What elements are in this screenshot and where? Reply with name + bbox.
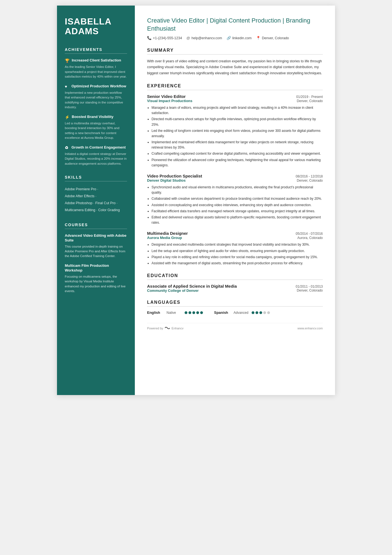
achievement-item-1: 🏆 Increased Client Satisfaction As the l… [65,58,127,79]
lang-dot-s4 [263,311,266,314]
achievements-title: ACHIEVEMENTS [65,47,127,54]
course-title-1: Advanced Video Editing with Adobe Suite [65,233,127,243]
lang-dot-s5 [267,311,270,314]
bullet-3-2: Led the setup and operation of lighting … [152,248,323,254]
exp-date-1: 01/2019 - Present [296,95,323,99]
achievement-title-4: Growth in Content Engagement [71,145,126,149]
bullet-1-6: Pioneered the utilization of advanced co… [152,157,323,168]
lang-level-english: Native [167,311,182,315]
lang-dot-e3 [192,311,195,314]
edu-school-row-1: Community College of Denver Denver, Colo… [147,288,323,293]
course-desc-2: Focusing on multicamera setups, the work… [65,274,127,293]
exp-company-row-3: Aurora Media Group Aurora, Colorado [147,236,323,240]
languages-title: LANGUAGES [147,300,323,307]
bullet-3-1: Designed and executed multimedia content… [152,242,323,247]
lang-dot-e4 [196,311,199,314]
contact-row: 📞 +1-(234)-555-1234 @ help@enhancv.com 🔗… [147,36,323,40]
email-icon: @ [187,36,190,40]
exp-item-1: Senior Video Editor 01/2019 - Present Vi… [147,94,323,168]
bullet-1-5: Crafted compelling captioned content for… [152,151,323,156]
summary-text: With over 8 years of video editing and c… [147,58,323,76]
exp-item-2: Video Production Specialist 08/2016 - 12… [147,174,323,225]
skill-item-2: Adobe After Effects · [65,193,127,200]
location-text: Denver, Colorado [262,36,289,40]
lang-item-spanish: Spanish Advanced [214,310,270,315]
achievements-section: ACHIEVEMENTS 🏆 Increased Client Satisfac… [65,47,127,166]
location-icon: 📍 [256,36,260,40]
phone-icon: 📞 [147,36,152,40]
bullet-3-3: Played a key role in editing and refinin… [152,255,323,260]
lang-name-spanish: Spanish [214,310,231,315]
lang-level-spanish: Advanced [234,311,249,315]
lang-name-english: English [147,310,164,315]
main-content: Creative Video Editor | Digital Content … [135,6,335,395]
edu-date-1: 01/2011 - 01/2013 [296,285,323,288]
email-text: help@enhancv.com [192,36,222,40]
languages-section: LANGUAGES English Native Spanish Advanc [147,300,323,315]
exp-item-3: Multimedia Designer 05/2014 - 07/2016 Au… [147,231,323,266]
exp-company-2: Denver Digital Studios [147,178,186,182]
main-header: Creative Video Editor | Digital Content … [147,17,323,40]
linkedin-text: linkedin.com [232,36,252,40]
exp-loc-3: Aurora, Colorado [297,236,323,240]
exp-company-row-2: Denver Digital Studios Denver, Colorado [147,178,323,182]
skills-list: Adobe Premiere Pro · Adobe After Effects… [65,186,127,214]
achievement-item-3: ⚡ Boosted Brand Visibility Led a multime… [65,115,127,140]
edu-school-1: Community College of Denver [147,288,199,293]
education-section: EDUCATION Associate of Applied Science i… [147,273,323,293]
lang-dot-s3 [259,311,262,314]
brand-name: Enhancv [172,327,183,330]
footer-powered: Powered by Enhancv [147,326,183,330]
exp-company-3: Aurora Media Group [147,236,182,240]
bullet-2-2: Collaborated with creative services depa… [152,196,323,201]
sidebar: ISABELLA ADAMS ACHIEVEMENTS 🏆 Increased … [57,6,135,395]
exp-date-3: 05/2014 - 07/2016 [296,232,323,236]
course-item-1: Advanced Video Editing with Adobe Suite … [65,233,127,259]
achievement-title-1: Increased Client Satisfaction [72,58,121,62]
name-block: ISABELLA ADAMS [65,17,127,36]
exp-role-3: Multimedia Designer [147,231,188,236]
bullet-2-3: Assisted in conceptualizing and executin… [152,203,323,208]
resume-container: ISABELLA ADAMS ACHIEVEMENTS 🏆 Increased … [57,6,335,395]
footer: Powered by Enhancv www.enhancv.com [147,323,323,330]
courses-title: COURSES [65,223,127,229]
candidate-name: ISABELLA ADAMS [65,17,127,36]
bullet-2-5: Edited and delivered various digital ass… [152,215,323,225]
achievement-header-2: ♥ Optimized Production Workflow [65,84,127,89]
lang-dot-e5 [200,311,203,314]
powered-by-label: Powered by [147,327,163,330]
exp-bullets-2: Synchronized audio and visual elements i… [147,185,323,225]
course-item-2: Multicam Film Production Workshop Focusi… [65,263,127,293]
bullet-2-1: Synchronized audio and visual elements i… [152,185,323,195]
contact-email: @ help@enhancv.com [187,36,222,40]
courses-section: COURSES Advanced Video Editing with Adob… [65,223,127,293]
contact-phone: 📞 +1-(234)-555-1234 [147,36,182,40]
enhancv-brand [165,326,170,330]
skills-title: SKILLS [65,175,127,181]
course-desc-1: This course provided in-depth training o… [65,244,127,259]
lang-dot-s1 [252,311,254,314]
bullet-3-4: Assisted with the management of digital … [152,261,323,266]
main-title: Creative Video Editor | Digital Content … [147,17,323,33]
exp-bullets-3: Designed and executed multimedia content… [147,242,323,266]
bullet-2-4: Facilitated efficient data transfers and… [152,209,323,214]
lang-dot-s2 [255,311,258,314]
lang-dot-e2 [188,311,191,314]
achievement-desc-4: Initiated a digital content strategy at … [65,152,127,166]
exp-company-row-1: Visual Impact Productions Denver, Colora… [147,99,323,103]
achievement-desc-2: Implemented a new production workflow th… [65,90,127,110]
bullet-1-2: Directed multi-camera shoot setups for h… [152,117,323,127]
bullet-1-3: Led the editing of longform content into… [152,128,323,139]
exp-header-3: Multimedia Designer 05/2014 - 07/2016 [147,231,323,236]
phone-text: +1-(234)-555-1234 [153,36,182,40]
achievement-icon-4: ♻ [65,145,69,150]
achievement-title-2: Optimized Production Workflow [71,84,126,88]
exp-bullets-1: Managed a team of editors, ensuring proj… [147,105,323,168]
languages-row: English Native Spanish Advanced [147,310,323,315]
exp-header-1: Senior Video Editor 01/2019 - Present [147,94,323,99]
footer-url: www.enhancv.com [297,327,323,330]
skill-item-4: Multicamera Editing · Color Grading [65,207,127,214]
achievement-item-4: ♻ Growth in Content Engagement Initiated… [65,145,127,166]
summary-title: SUMMARY [147,48,323,55]
exp-date-2: 08/2016 - 12/2018 [296,174,323,178]
